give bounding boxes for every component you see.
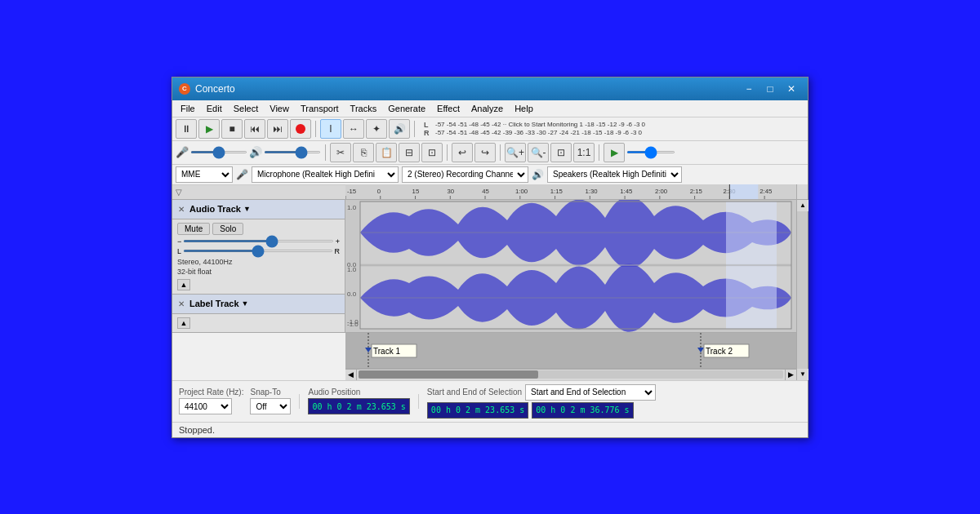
record-button[interactable] [290, 119, 311, 139]
label-track-close[interactable]: ✕ [176, 298, 187, 309]
zoom-tool-button[interactable]: 🔊 [389, 119, 410, 139]
bottom-sep1 [299, 394, 300, 409]
timeline-numbers: -15 0 15 30 45 1:00 1:15 1:30 1:45 2:00 [345, 184, 796, 199]
speaker-device-icon: 🔊 [532, 169, 544, 180]
waveform-area: 1.0 0.0 -1.0 [345, 200, 796, 380]
status-text: Stopped. [179, 425, 215, 435]
separator5 [500, 144, 501, 161]
label-track-dropdown[interactable]: ▼ [242, 299, 249, 308]
timeline-left: ▽ [172, 188, 345, 197]
volume-slider[interactable] [183, 240, 333, 242]
selection-header: Start and End of Selection Start and End… [427, 384, 801, 401]
output-volume-slider[interactable] [264, 151, 321, 153]
redo-button[interactable]: ↪ [474, 143, 496, 162]
ruler-svg: -15 0 15 30 45 1:00 1:15 1:30 1:45 2:00 [345, 184, 796, 199]
envelope-tool-button[interactable]: ↔ [343, 119, 364, 139]
label-track-panel: ✕ Label Track ▼ ▲ [172, 295, 345, 333]
close-button[interactable]: ✕ [782, 82, 801, 96]
h-scrollbar-thumb[interactable] [359, 370, 538, 379]
label-track-svg: Track 1 Track 2 [345, 333, 796, 369]
menu-help[interactable]: Help [510, 102, 538, 115]
title-bar: C Concerto − □ ✕ [172, 78, 808, 100]
play-button[interactable]: ▶ [198, 119, 220, 139]
mic-volume-slider[interactable] [190, 151, 247, 153]
snap-to-label: Snap-To [250, 388, 291, 397]
audio-position-display: 00 h 0 2 m 23.653 s [308, 398, 409, 414]
audio-track-title: Audio Track [189, 204, 241, 214]
select-tool-button[interactable]: I [320, 119, 341, 139]
stop-button[interactable]: ■ [221, 119, 243, 139]
menu-transport[interactable]: Transport [296, 102, 344, 115]
svg-text:0.0: 0.0 [347, 290, 357, 298]
audio-position-group: Audio Position 00 h 0 2 m 23.653 s [308, 388, 409, 414]
trim-button[interactable]: ⊟ [399, 143, 420, 162]
separator3 [325, 144, 326, 161]
playback-speed-slider[interactable] [626, 151, 675, 153]
vu-meter: L -57 -54 -51 -48 -45 -42 ·· Click to St… [424, 121, 804, 137]
channels-select[interactable]: 2 (Stereo) Recording Channels [402, 166, 528, 183]
timeline-arrow[interactable]: ▽ [176, 188, 182, 197]
cut-button[interactable]: ✂ [330, 143, 351, 162]
undo-button[interactable]: ↩ [452, 143, 473, 162]
paste-button[interactable]: 📋 [376, 143, 397, 162]
vu-right-label: R [424, 129, 434, 137]
audio-track-dropdown[interactable]: ▼ [243, 205, 251, 213]
input-device-select[interactable]: Microphone (Realtek High Defini [252, 166, 399, 183]
v-scrollbar: ▲ ▼ [796, 200, 808, 380]
audio-track-panel: ✕ Audio Track ▼ Mute Solo − + [172, 200, 345, 295]
snap-to-group: Snap-To Off [250, 388, 291, 414]
minimize-button[interactable]: − [739, 82, 759, 96]
track-info: Stereo, 44100Hz 32-bit float [177, 257, 340, 277]
svg-text:2:15: 2:15 [690, 188, 703, 195]
audio-track-close[interactable]: ✕ [176, 203, 187, 215]
menu-analyze[interactable]: Analyze [466, 102, 508, 115]
copy-button[interactable]: ⎘ [353, 143, 374, 162]
scroll-down-button[interactable]: ▼ [797, 369, 808, 380]
v-scroll-spacer [796, 184, 808, 199]
draw-tool-button[interactable]: ✦ [366, 119, 387, 139]
zoom-out-button[interactable]: 🔍- [528, 143, 549, 162]
menu-tracks[interactable]: Tracks [345, 102, 382, 115]
pan-r-label: R [335, 247, 341, 255]
zoom-fit-button[interactable]: ⊡ [550, 143, 572, 162]
label-track-up-button[interactable]: ▲ [177, 317, 190, 329]
menu-select[interactable]: Select [229, 102, 264, 115]
forward-button[interactable]: ⏭ [267, 119, 288, 139]
svg-text:1.0: 1.0 [347, 204, 357, 211]
maximize-button[interactable]: □ [760, 82, 780, 96]
output-device-select[interactable]: Speakers (Realtek High Definiti [547, 166, 682, 183]
audio-host-select[interactable]: MME [176, 166, 233, 183]
pan-slider[interactable] [183, 250, 332, 252]
pan-l-label: L [177, 247, 181, 255]
snap-to-select[interactable]: Off [250, 398, 291, 414]
label-track-header: ✕ Label Track ▼ [172, 295, 345, 314]
v-scroll-track[interactable] [797, 211, 808, 369]
menu-file[interactable]: File [176, 102, 200, 115]
mute-button[interactable]: Mute [177, 223, 210, 235]
svg-text:30: 30 [447, 188, 454, 195]
scroll-left-button[interactable]: ◀ [345, 369, 357, 380]
zoom-in-button[interactable]: 🔍+ [505, 143, 526, 162]
scroll-right-button[interactable]: ▶ [785, 369, 796, 380]
play-speed-button[interactable]: ▶ [604, 143, 625, 162]
project-rate-group: Project Rate (Hz): 44100 [179, 388, 243, 414]
rewind-button[interactable]: ⏮ [244, 119, 265, 139]
scroll-up-button[interactable]: ▲ [797, 200, 808, 211]
solo-button[interactable]: Solo [212, 223, 243, 235]
mute-solo-buttons: Mute Solo [177, 223, 340, 235]
track-bitdepth: 32-bit float [177, 267, 340, 277]
track-up-area: ▲ [177, 279, 340, 290]
track-panels: ✕ Audio Track ▼ Mute Solo − + [172, 200, 345, 380]
menu-effect[interactable]: Effect [432, 102, 465, 115]
silence-button[interactable]: ⊡ [421, 143, 443, 162]
menu-generate[interactable]: Generate [383, 102, 430, 115]
svg-text:1:45: 1:45 [620, 188, 633, 195]
track-up-button[interactable]: ▲ [177, 279, 190, 290]
menu-edit[interactable]: Edit [202, 102, 227, 115]
selection-type-select[interactable]: Start and End of Selection [525, 384, 656, 401]
zoom-normal-button[interactable]: 1:1 [573, 143, 595, 162]
menu-view[interactable]: View [265, 102, 294, 115]
h-scrollbar-track[interactable] [359, 370, 783, 379]
project-rate-select[interactable]: 44100 [179, 398, 232, 414]
pause-button[interactable]: ⏸ [176, 119, 197, 139]
